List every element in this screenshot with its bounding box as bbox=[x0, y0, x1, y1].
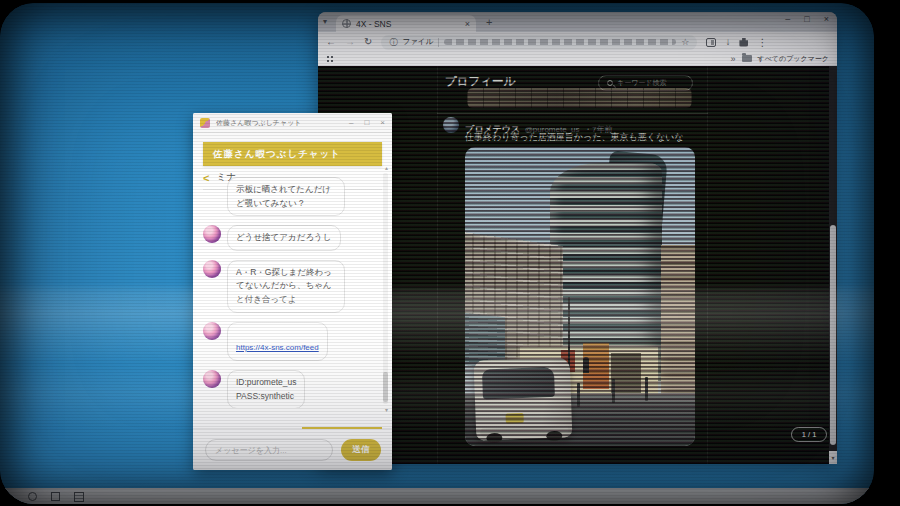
browser-menu-icon[interactable]: ⋮ bbox=[757, 37, 767, 48]
chat-message: 示板に晒されてたんだけど覗いてみない？ bbox=[203, 177, 376, 216]
minimize-button[interactable]: – bbox=[785, 14, 790, 24]
photo-white-van bbox=[474, 357, 573, 440]
send-button[interactable]: 送信 bbox=[341, 439, 381, 461]
tab-search-icon[interactable]: ▾ bbox=[323, 17, 327, 26]
scroll-down-icon[interactable]: ▾ bbox=[829, 451, 837, 464]
photo-page-indicator: 1 / 1 bbox=[791, 427, 827, 442]
browser-window-controls: – □ × bbox=[785, 14, 829, 24]
bookmark-star-icon[interactable]: ☆ bbox=[681, 37, 689, 47]
all-bookmarks-label[interactable]: すべてのブックマーク bbox=[758, 54, 829, 64]
van-license-plate bbox=[505, 413, 523, 424]
maximize-button[interactable]: □ bbox=[804, 14, 809, 24]
desktop: ▾ 4X - SNS × + – □ × ← → ↻ ⓘ bbox=[0, 3, 874, 504]
post-photo[interactable] bbox=[465, 147, 695, 446]
reload-icon[interactable]: ↻ bbox=[364, 37, 372, 47]
tab-close-icon[interactable]: × bbox=[465, 19, 470, 29]
bookmarks-overflow-icon[interactable]: » bbox=[731, 54, 736, 64]
bookmarks-bar: » すべてのブックマーク bbox=[318, 52, 837, 66]
chat-app-header: 佐藤さん暇つぶしチャット bbox=[203, 142, 382, 166]
profile-banner-image bbox=[467, 88, 692, 108]
accent-line bbox=[302, 427, 382, 429]
chat-message: https://4x-sns.com/feed bbox=[203, 322, 376, 361]
chat-titlebar[interactable]: 佐藤さん暇つぶしチャット – □ × bbox=[193, 113, 392, 133]
photo-bollard bbox=[577, 383, 580, 407]
browser-window: ▾ 4X - SNS × + – □ × ← → ↻ ⓘ bbox=[318, 12, 837, 464]
bookmarks-folder-icon bbox=[742, 55, 752, 62]
download-icon[interactable]: ↓ bbox=[725, 37, 730, 47]
taskbar bbox=[0, 488, 874, 504]
divider bbox=[437, 113, 708, 114]
browser-toolbar: ← → ↻ ⓘ ファイル ☆ ↓ ⋮ bbox=[318, 32, 837, 52]
chat-window-title: 佐藤さん暇つぶしチャット bbox=[216, 118, 343, 128]
apps-grid-icon[interactable] bbox=[326, 55, 334, 63]
minimize-button[interactable]: – bbox=[349, 118, 353, 127]
url-path-blurred bbox=[444, 39, 676, 45]
browser-tab[interactable]: 4X - SNS × bbox=[336, 15, 476, 32]
tab-title: 4X - SNS bbox=[356, 19, 460, 29]
chat-input-bar: 送信 bbox=[193, 428, 392, 470]
photo-pedestrian bbox=[583, 357, 589, 373]
app-icon[interactable] bbox=[74, 492, 84, 502]
chat-scrollbar[interactable]: ▴ ▾ bbox=[383, 173, 388, 404]
contact-avatar bbox=[203, 370, 221, 388]
maximize-button[interactable]: □ bbox=[364, 118, 369, 127]
scrollbar-thumb[interactable] bbox=[830, 225, 836, 445]
message-bubble: どうせ捨てアカだろうし bbox=[227, 225, 341, 251]
browser-scrollbar[interactable]: ▾ bbox=[829, 66, 837, 464]
side-panel-icon[interactable] bbox=[706, 38, 716, 47]
keyword-search-button[interactable]: キーワード検索 bbox=[598, 75, 693, 91]
message-bubble: https://4x-sns.com/feed bbox=[227, 322, 328, 361]
contact-avatar bbox=[203, 322, 221, 340]
photo-right-building bbox=[661, 245, 695, 411]
url-scheme-label: ファイル bbox=[402, 37, 433, 47]
new-tab-button[interactable]: + bbox=[486, 16, 492, 28]
message-bubble: 示板に晒されてたんだけど覗いてみない？ bbox=[227, 177, 345, 216]
page-title: プロフィール bbox=[445, 74, 515, 89]
task-view-icon[interactable] bbox=[51, 492, 60, 501]
message-bubble: A・R・G探しまだ終わってないんだから、ちゃんと付き合ってよ bbox=[227, 260, 345, 313]
chat-message: ID:puromete_us PASS:synthetic bbox=[203, 370, 376, 408]
chat-scrollbar-thumb[interactable] bbox=[383, 372, 388, 402]
photo-bollard bbox=[645, 377, 648, 401]
contact-avatar bbox=[203, 225, 221, 243]
sns-page: プロフィール キーワード検索 プロメテウス @puromete_us ・7年前 … bbox=[318, 66, 837, 464]
browser-tabstrip: ▾ 4X - SNS × + – □ × bbox=[318, 12, 837, 32]
chat-message: A・R・G探しまだ終わってないんだから、ちゃんと付き合ってよ bbox=[203, 260, 376, 313]
chat-window-controls: – □ × bbox=[349, 118, 385, 127]
scroll-down-icon[interactable]: ▾ bbox=[385, 406, 388, 413]
info-icon[interactable]: ⓘ bbox=[389, 37, 397, 48]
globe-favicon-icon bbox=[342, 19, 351, 28]
url-separator bbox=[438, 38, 439, 47]
post-text: 仕事終わり寄った居酒屋旨かった、東京も悪くないな bbox=[465, 131, 684, 144]
van-rear-window bbox=[482, 367, 555, 399]
close-button[interactable]: × bbox=[380, 118, 385, 127]
keyword-search-label: キーワード検索 bbox=[617, 78, 667, 88]
chat-message: どうせ捨てアカだろうし bbox=[203, 225, 376, 251]
photo-store-entrance bbox=[611, 353, 641, 393]
message-link[interactable]: https://4x-sns.com/feed bbox=[236, 343, 319, 352]
back-icon[interactable]: ← bbox=[326, 37, 336, 47]
address-bar[interactable]: ⓘ ファイル ☆ bbox=[381, 35, 697, 50]
chat-app-title: 佐藤さん暇つぶしチャット bbox=[213, 148, 341, 161]
forward-icon[interactable]: → bbox=[345, 37, 355, 47]
crt-monitor: ▾ 4X - SNS × + – □ × ← → ↻ ⓘ bbox=[0, 0, 900, 506]
scroll-up-icon[interactable]: ▴ bbox=[385, 164, 388, 171]
search-icon bbox=[607, 80, 613, 86]
photo-bollard bbox=[612, 379, 615, 403]
chat-app-icon bbox=[200, 118, 210, 128]
contact-avatar bbox=[203, 260, 221, 278]
chat-window: 佐藤さん暇つぶしチャット – □ × 佐藤さん暇つぶしチャット < ミナ 示板に… bbox=[193, 113, 392, 470]
message-input[interactable] bbox=[205, 439, 333, 461]
extensions-icon[interactable] bbox=[739, 38, 748, 47]
search-icon[interactable] bbox=[28, 492, 37, 501]
avatar[interactable] bbox=[443, 117, 459, 133]
chat-message-list[interactable]: 示板に晒されてたんだけど覗いてみない？ どうせ捨てアカだろうし A・R・G探しま… bbox=[203, 170, 376, 408]
message-bubble: ID:puromete_us PASS:synthetic bbox=[227, 370, 305, 408]
close-button[interactable]: × bbox=[824, 14, 829, 24]
